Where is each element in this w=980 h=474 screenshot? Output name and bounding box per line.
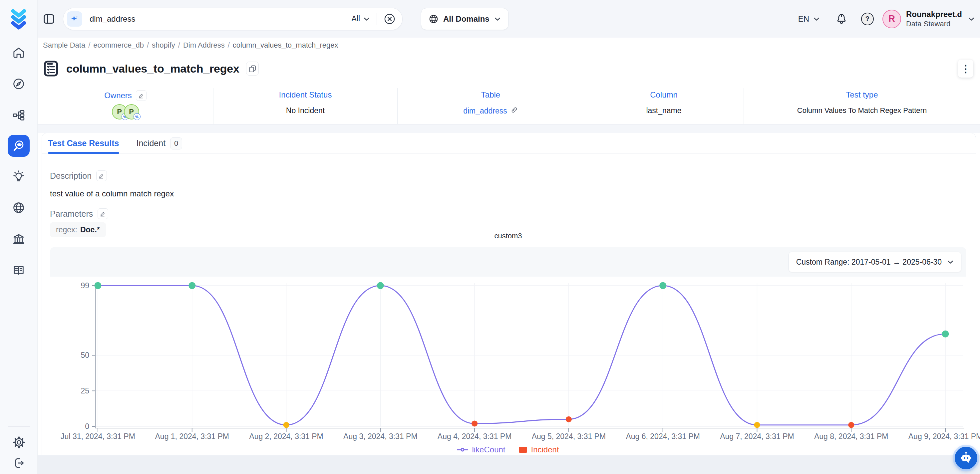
owners-label: Owners — [104, 91, 132, 100]
sidebar-divider — [8, 426, 30, 427]
sidebar-item-domains[interactable] — [7, 196, 30, 220]
test-results-chart[interactable]: 0255099Jul 31, 2024, 3:31 PMAug 1, 2024,… — [50, 277, 966, 443]
search-scope-dropdown[interactable]: All — [351, 14, 370, 23]
data-point-aborted[interactable] — [283, 422, 290, 428]
global-search[interactable]: All — [63, 8, 402, 30]
tab-test-case-results[interactable]: Test Case Results — [48, 133, 119, 154]
test-case-icon — [43, 60, 59, 78]
date-range-selector[interactable]: Custom Range: 2017-05-01 → 2025-06-30 — [789, 252, 961, 272]
edit-parameters-button[interactable] — [97, 208, 108, 219]
chart-title: custom3 — [50, 232, 966, 240]
search-scope-label: All — [351, 14, 360, 23]
table-link[interactable]: dim_address — [463, 106, 518, 116]
data-point-success[interactable] — [188, 282, 196, 289]
sidebar-item-home[interactable] — [7, 41, 30, 64]
legend-label: Incident — [531, 445, 559, 454]
owner-initial: P — [117, 108, 122, 116]
footer-band — [38, 455, 980, 474]
ai-sparkle-icon[interactable] — [67, 11, 82, 27]
svg-text:Aug 3, 2024, 3:31 PM: Aug 3, 2024, 3:31 PM — [343, 432, 418, 441]
sidebar-item-insights[interactable] — [7, 165, 30, 188]
parameters-label: Parameters — [50, 209, 93, 219]
all-domains-label: All Domains — [443, 14, 490, 24]
svg-text:Aug 4, 2024, 3:31 PM: Aug 4, 2024, 3:31 PM — [438, 432, 512, 441]
chevron-down-icon[interactable] — [968, 17, 975, 21]
home-icon — [12, 46, 25, 59]
sidebar-nav — [0, 41, 37, 282]
owners-avatars: P % P % — [112, 104, 139, 119]
all-domains-button[interactable]: All Domains — [421, 8, 509, 30]
sidebar-item-observability[interactable] — [8, 135, 30, 157]
line-chart[interactable]: 0255099Jul 31, 2024, 3:31 PMAug 1, 2024,… — [50, 277, 966, 443]
copy-name-button[interactable] — [246, 62, 259, 76]
language-dropdown[interactable]: EN — [798, 14, 820, 24]
active-tab-underline — [48, 152, 119, 154]
data-point-failed[interactable] — [566, 417, 572, 422]
chat-assistant-button[interactable] — [955, 447, 977, 469]
edit-owners-button[interactable] — [136, 90, 146, 101]
legend-label: likeCount — [472, 445, 505, 454]
avatar[interactable]: R — [883, 10, 901, 28]
summary-incident-status: Incident Status No Incident — [213, 88, 397, 124]
sidebar-item-settings[interactable] — [7, 432, 31, 453]
language-label: EN — [798, 14, 809, 24]
svg-text:99: 99 — [81, 281, 89, 290]
data-point-failed[interactable] — [471, 420, 477, 426]
legend-item-likecount[interactable]: likeCount — [457, 445, 505, 454]
tabs: Test Case Results Incident 0 — [42, 133, 976, 154]
flow-network-icon — [12, 108, 25, 122]
pencil-icon — [98, 172, 105, 179]
sidebar-item-logout[interactable] — [7, 453, 31, 473]
breadcrumb-item[interactable]: column_values_to_match_regex — [233, 41, 338, 49]
chevron-down-icon — [813, 17, 820, 21]
logout-icon — [12, 457, 25, 470]
chevron-down-icon — [947, 260, 954, 264]
app-logo[interactable] — [0, 0, 37, 38]
copy-icon — [248, 65, 256, 73]
main-content: Sample Data/ecommerce_db/shopify/Dim Add… — [38, 38, 980, 474]
data-point-success[interactable] — [95, 282, 102, 289]
tab-label: Incident — [137, 138, 166, 148]
line-marker-icon — [457, 449, 468, 450]
help-button[interactable]: ? — [861, 13, 874, 25]
sidebar-item-lineage[interactable] — [7, 103, 30, 127]
breadcrumb-item[interactable]: Sample Data — [43, 41, 85, 49]
robot-icon — [959, 451, 973, 465]
data-point-aborted[interactable] — [754, 422, 760, 428]
breadcrumb-separator: / — [147, 41, 149, 49]
search-input[interactable] — [89, 14, 351, 24]
sidebar-item-glossary[interactable] — [7, 259, 30, 282]
data-point-failed[interactable] — [848, 422, 854, 428]
pencil-icon — [138, 92, 145, 99]
breadcrumb-item[interactable]: ecommerce_db — [93, 41, 144, 49]
owner-initial: P — [129, 108, 134, 116]
globe-icon — [12, 201, 25, 215]
parameters-section: Parameters — [50, 208, 108, 219]
svg-text:Aug 8, 2024, 3:31 PM: Aug 8, 2024, 3:31 PM — [814, 432, 888, 441]
summary-owners: Owners P % P % — [38, 88, 213, 124]
tab-incident[interactable]: Incident 0 — [137, 133, 183, 154]
breadcrumb-item[interactable]: Dim Address — [183, 41, 225, 49]
search-clear-button[interactable] — [383, 13, 396, 25]
breadcrumb-item[interactable]: shopify — [152, 41, 175, 49]
notifications-button[interactable] — [835, 13, 848, 25]
user-menu[interactable]: Rounakpreet.d Data Steward — [906, 10, 962, 28]
sidebar-item-govern[interactable] — [7, 227, 30, 251]
topbar-right: EN ? R Rounakpreet.d Data Steward — [798, 10, 975, 28]
svg-text:50: 50 — [81, 351, 89, 359]
sidebar-toggle-icon — [42, 12, 56, 25]
owner-avatar[interactable]: P % — [124, 104, 139, 119]
svg-text:Jul 31, 2024, 3:31 PM: Jul 31, 2024, 3:31 PM — [60, 432, 135, 441]
sidebar-item-explore[interactable] — [7, 72, 30, 95]
data-point-success[interactable] — [942, 331, 949, 337]
topbar: All All Domains EN — [38, 0, 980, 38]
collapse-sidebar-button[interactable] — [42, 12, 56, 25]
data-point-success[interactable] — [659, 282, 666, 289]
data-point-success[interactable] — [377, 282, 384, 289]
legend-item-incident[interactable]: Incident — [519, 445, 559, 454]
test-type-value: Column Values To Match Regex Pattern — [797, 106, 927, 115]
breadcrumb-separator: / — [228, 41, 230, 49]
more-actions-button[interactable]: ⋮ — [958, 60, 973, 78]
title-row: column_values_to_match_regex ⋮ — [43, 56, 973, 81]
edit-description-button[interactable] — [96, 170, 107, 181]
